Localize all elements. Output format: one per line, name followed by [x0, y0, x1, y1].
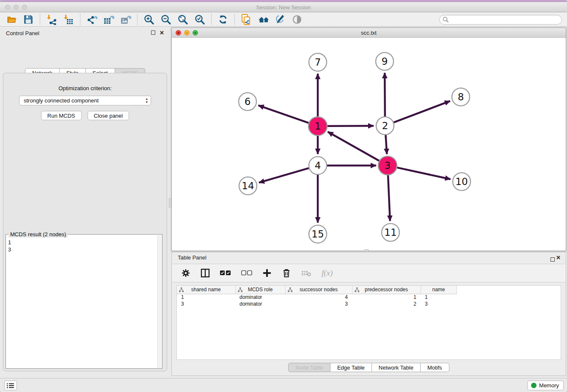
- float-panel-icon[interactable]: [151, 30, 155, 35]
- control-panel-title: Control Panel: [6, 30, 39, 36]
- column-header-name[interactable]: name: [421, 286, 457, 294]
- graph-edge-2-9[interactable]: [385, 73, 385, 116]
- table-cell[interactable]: dominator: [235, 301, 285, 307]
- table-panel: Table Panel ✕: [171, 252, 566, 376]
- memory-label: Memory: [539, 382, 559, 389]
- network-window-titlebar[interactable]: ✕ − + scc.txt: [172, 28, 566, 38]
- zoom-fit-icon[interactable]: [177, 14, 188, 25]
- table-cell[interactable]: 2: [352, 301, 421, 307]
- mcds-result-text[interactable]: 1 3: [8, 239, 157, 367]
- mcds-result-groupbox: MCDS result (2 nodes) 1 3: [6, 234, 162, 369]
- graph-edge-4-14[interactable]: [259, 168, 309, 182]
- network-graph[interactable]: 7968124314101511: [172, 38, 566, 251]
- graph-node-label: 2: [382, 120, 388, 131]
- graph-edge-3-1[interactable]: [328, 132, 380, 161]
- column-header-predecessor-nodes[interactable]: predecessor nodes: [352, 286, 421, 294]
- search-field-container: [439, 15, 562, 25]
- style-brush-icon[interactable]: [275, 14, 286, 25]
- graph-node-label: 8: [458, 91, 464, 102]
- float-table-panel-icon[interactable]: [550, 257, 555, 262]
- close-panel-icon[interactable]: ✕: [160, 30, 164, 36]
- vertical-splitter-grip[interactable]: [169, 198, 171, 207]
- delete-column-icon[interactable]: [282, 268, 291, 278]
- tab-motifs[interactable]: Motifs: [421, 363, 449, 372]
- control-panel: Control Panel ✕ Network Style Select MCD…: [0, 28, 170, 373]
- table-cell[interactable]: 1: [421, 294, 457, 301]
- gear-icon[interactable]: [181, 268, 190, 278]
- graph-node-label: 4: [315, 160, 321, 171]
- table-cell[interactable]: 1: [352, 294, 421, 301]
- split-columns-icon[interactable]: [201, 268, 210, 278]
- export-table-icon[interactable]: [103, 14, 114, 25]
- table-tabs: Node Table Edge Table Network Table Moti…: [172, 363, 566, 372]
- window-titlebar: Session: New Session: [0, 2, 567, 12]
- graph-node-label: 6: [245, 96, 251, 107]
- table-cell[interactable]: 3: [177, 301, 235, 307]
- dropdown-selected-value: strongly connected component: [24, 97, 99, 104]
- optimization-criterion-label: Optimization criterion:: [3, 85, 167, 91]
- column-header-shared-name[interactable]: shared name: [177, 286, 235, 294]
- zoom-out-icon[interactable]: [160, 14, 171, 25]
- import-network-icon[interactable]: [46, 14, 57, 25]
- window-title: Session: New Session: [0, 4, 567, 11]
- table-row[interactable]: 1dominator411: [177, 294, 457, 301]
- column-header-successor-nodes[interactable]: successor nodes: [285, 286, 352, 294]
- optimization-criterion-dropdown[interactable]: strongly connected component ▴▾: [19, 96, 151, 105]
- open-file-icon[interactable]: [6, 14, 17, 25]
- run-mcds-button[interactable]: Run MCDS: [41, 111, 82, 120]
- zoom-selected-icon[interactable]: [194, 14, 205, 25]
- application-window: Session: New Session: [0, 0, 567, 392]
- network-view-window: ✕ − + scc.txt 7968124314101511: [171, 28, 566, 251]
- graph-node-label: 11: [384, 227, 396, 238]
- column-header-MCDS-role[interactable]: MCDS role: [235, 286, 285, 294]
- table-cell[interactable]: 1: [177, 294, 235, 301]
- memory-button[interactable]: Memory: [527, 381, 564, 390]
- tab-node-table[interactable]: Node Table: [288, 363, 330, 372]
- graph-edge-1-2[interactable]: [327, 126, 374, 126]
- function-builder-icon[interactable]: f(x): [322, 268, 333, 278]
- graph-edge-3-11[interactable]: [388, 175, 390, 221]
- graph-edge-3-10[interactable]: [396, 168, 450, 179]
- select-all-icon[interactable]: [220, 268, 231, 278]
- table-cell[interactable]: 3: [421, 301, 457, 307]
- graph-node-label: 1: [315, 121, 321, 132]
- network-window-title: scc.txt: [172, 30, 566, 36]
- graph-edge-2-3[interactable]: [385, 135, 387, 154]
- export-image-icon[interactable]: [120, 14, 131, 25]
- deselect-all-icon[interactable]: [241, 268, 252, 278]
- clear-table-icon[interactable]: [301, 268, 311, 278]
- tab-network-table[interactable]: Network Table: [372, 363, 421, 372]
- memory-status-icon: [531, 383, 537, 388]
- mcds-result-scrollbar[interactable]: [157, 235, 162, 368]
- table-toolbar: f(x): [172, 264, 566, 282]
- table-cell[interactable]: 4: [285, 294, 352, 301]
- graph-edge-2-8[interactable]: [394, 101, 450, 123]
- search-input[interactable]: [439, 15, 562, 25]
- table-cell[interactable]: dominator: [235, 294, 285, 301]
- graph-edge-1-6[interactable]: [258, 105, 309, 123]
- tab-edge-table[interactable]: Edge Table: [330, 363, 372, 372]
- graph-node-label: 3: [385, 160, 391, 171]
- table-cell[interactable]: 3: [285, 301, 352, 307]
- zoom-in-icon[interactable]: [143, 14, 154, 25]
- table-row[interactable]: 3dominator323: [177, 301, 457, 307]
- save-session-icon[interactable]: [23, 14, 34, 25]
- task-history-button[interactable]: [4, 381, 17, 390]
- network-canvas[interactable]: 7968124314101511: [172, 38, 566, 251]
- mcds-result-title: MCDS result (2 nodes): [8, 231, 68, 237]
- close-panel-button[interactable]: Close panel: [88, 111, 129, 120]
- node-table[interactable]: shared nameMCDS rolesuccessor nodesprede…: [177, 286, 457, 307]
- graph-node-label: 10: [455, 176, 468, 187]
- show-hide-icon[interactable]: [292, 14, 303, 25]
- export-network-icon[interactable]: [86, 14, 97, 25]
- table-panel-title: Table Panel: [178, 254, 206, 261]
- add-column-icon[interactable]: [262, 268, 272, 278]
- home-icon[interactable]: [258, 14, 269, 25]
- graph-node-label: 15: [311, 229, 324, 240]
- close-table-panel-icon[interactable]: ✕: [556, 254, 561, 261]
- import-table-icon[interactable]: [63, 14, 74, 25]
- mcds-panel-body: Optimization criterion: strongly connect…: [3, 73, 167, 371]
- refresh-icon[interactable]: [217, 14, 228, 25]
- duplicate-network-icon[interactable]: [241, 14, 252, 25]
- search-icon: [443, 17, 449, 25]
